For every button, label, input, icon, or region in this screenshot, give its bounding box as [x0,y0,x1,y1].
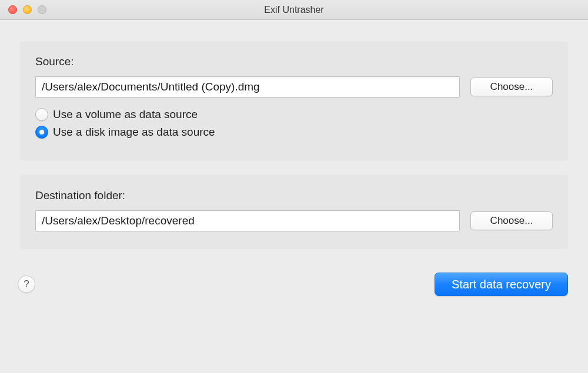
destination-path-input[interactable] [35,210,460,231]
destination-panel: Destination folder: Choose... [20,175,568,249]
radio-circle-icon [35,108,48,121]
start-data-recovery-button[interactable]: Start data recovery [435,273,568,296]
footer: ? Start data recovery [0,260,588,296]
radio-circle-checked-icon [35,126,48,139]
close-window-button[interactable] [8,5,17,14]
source-label: Source: [35,55,553,68]
help-icon: ? [24,278,29,290]
titlebar: Exif Untrasher [0,0,588,20]
window-title: Exif Untrasher [0,5,588,15]
radio-use-volume-label: Use a volume as data source [53,108,198,121]
content-area: Source: Choose... Use a volume as data s… [0,20,588,260]
choose-source-button[interactable]: Choose... [470,78,553,96]
zoom-window-button[interactable] [38,5,46,14]
destination-label: Destination folder: [35,189,553,202]
radio-use-disk-image-label: Use a disk image as data source [53,126,215,139]
minimize-window-button[interactable] [23,5,32,14]
choose-destination-button[interactable]: Choose... [470,211,553,230]
radio-use-disk-image[interactable]: Use a disk image as data source [35,126,553,139]
source-path-input[interactable] [35,76,460,98]
destination-row: Choose... [35,210,553,231]
traffic-lights [0,5,46,14]
source-panel: Source: Choose... Use a volume as data s… [20,41,568,161]
radio-dot-icon [39,130,44,135]
source-type-radio-group: Use a volume as data source Use a disk i… [35,108,553,139]
source-row: Choose... [35,76,553,98]
radio-use-volume[interactable]: Use a volume as data source [35,108,553,121]
help-button[interactable]: ? [18,275,35,293]
